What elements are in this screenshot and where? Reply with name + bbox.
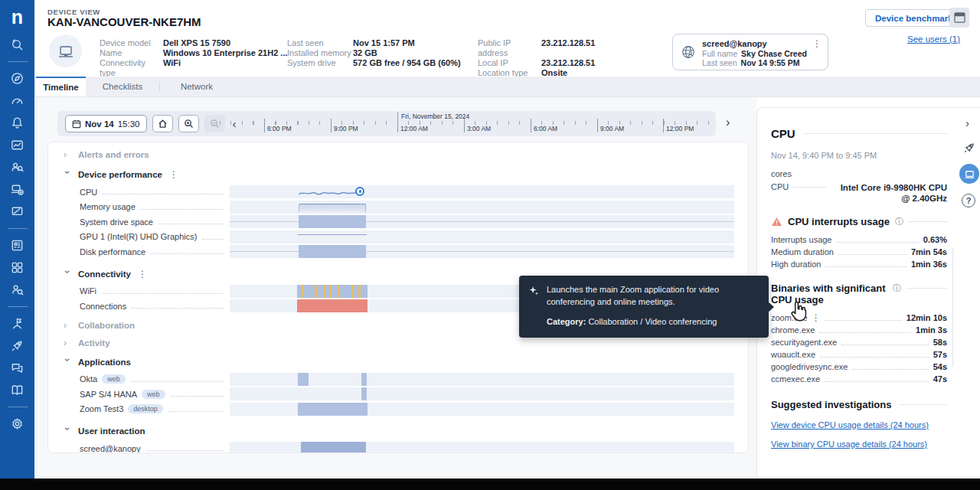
pan-right-icon[interactable]: › <box>726 116 730 129</box>
chevron-down-icon[interactable]: › <box>62 171 73 178</box>
chevron-down-icon[interactable]: › <box>62 358 73 366</box>
tooltip-text: Launches the main Zoom application for v… <box>547 284 758 309</box>
okta-bar-segment <box>298 373 309 386</box>
leader-line <box>141 204 224 210</box>
info-icon[interactable]: ⓘ <box>893 283 901 294</box>
axis-tick: 9:00 PM <box>331 125 358 132</box>
tab-timeline[interactable]: Timeline <box>36 77 86 96</box>
device-avatar <box>49 34 82 67</box>
leader-line <box>793 182 826 188</box>
binary-value: 1min 3s <box>916 325 947 335</box>
home-icon <box>158 119 168 129</box>
device-edit-icon[interactable] <box>10 204 25 220</box>
date-picker-button[interactable]: Nov 14 15:30 <box>65 115 147 132</box>
chart-panel-icon[interactable] <box>10 138 25 153</box>
chevron-right-icon[interactable]: › <box>64 338 71 348</box>
rocket-icon[interactable] <box>10 338 25 354</box>
campaign-icon[interactable] <box>10 316 25 332</box>
device-info-group-3: Public IP address23.212.128.51 Local IP2… <box>478 38 595 78</box>
info-label: Local IP <box>478 58 541 68</box>
app-logo[interactable]: n <box>0 0 34 34</box>
sidebar-divider <box>8 228 28 229</box>
time-axis[interactable]: 6:00 PM 9:00 PM 12:00 AM 3:00 AM 6:00 AM… <box>218 111 710 136</box>
okta-chart-strip[interactable] <box>230 373 734 386</box>
settings-icon[interactable] <box>10 416 25 432</box>
collapse-panel-icon[interactable]: › <box>965 116 969 129</box>
chevron-down-icon[interactable]: › <box>62 270 73 278</box>
device-benchmark-button[interactable]: Device benchmark <box>865 9 963 27</box>
investigation-link-device[interactable]: View device CPU usage details (24 hours) <box>771 420 947 430</box>
scroll-indicator[interactable] <box>952 248 953 367</box>
row-gpu[interactable]: GPU 1 (Intel(R) UHD Graphics) <box>48 230 748 245</box>
row-label: Memory usage <box>80 202 136 211</box>
section-applications[interactable]: › Applications <box>48 352 748 372</box>
people-search-icon[interactable] <box>10 160 25 175</box>
help-icon[interactable]: ? <box>962 194 975 207</box>
tab-network[interactable]: Network <box>160 77 234 96</box>
binary-name[interactable]: securityagent.exe <box>771 338 837 347</box>
row-cpu[interactable]: CPU <box>48 185 748 200</box>
info-value: WiFi <box>163 58 181 78</box>
sidebar-divider <box>8 61 28 62</box>
compass-icon[interactable] <box>10 71 25 87</box>
section-device-performance[interactable]: › Device performance ⋮ <box>48 165 748 185</box>
binary-menu-icon[interactable]: ⋮ <box>812 313 821 322</box>
gpu-chart-strip[interactable] <box>230 230 734 243</box>
row-sap[interactable]: SAP S/4 HANAweb <box>48 387 748 402</box>
device-add-icon[interactable] <box>10 182 25 198</box>
drive-chart-strip[interactable] <box>230 215 734 228</box>
binary-name[interactable]: ccmexec.exe <box>771 374 820 384</box>
investigation-link-binary[interactable]: View binary CPU usage details (24 hours) <box>771 439 947 449</box>
search-history-icon[interactable] <box>10 38 25 53</box>
row-system-drive-space[interactable]: System drive space <box>48 214 748 230</box>
user-chart-strip[interactable] <box>230 442 734 453</box>
section-label: User interaction <box>78 426 145 436</box>
binary-name[interactable]: wuauclt.exe <box>771 350 815 359</box>
device-view-icon[interactable] <box>959 164 979 184</box>
date-picker-date: Nov 14 <box>85 119 114 129</box>
user-card[interactable]: screed@kanopy Full nameSky Chase Creed L… <box>672 34 828 70</box>
memory-area-segment <box>299 204 366 213</box>
row-zoom-test3[interactable]: Zoom Test3desktop <box>48 402 748 417</box>
binary-name[interactable]: googledrivesync.exe <box>771 362 848 371</box>
user-search-icon[interactable] <box>10 283 25 298</box>
row-user-screed[interactable]: screed@kanopy <box>48 441 748 453</box>
row-okta[interactable]: Oktaweb <box>48 372 748 387</box>
timeline-toolbar: Nov 14 15:30 ‹ 6:00 PM 9:00 PM 12:00 AM … <box>57 111 716 136</box>
book-icon[interactable] <box>10 383 25 398</box>
zoom-in-button[interactable] <box>178 115 199 132</box>
section-menu-icon[interactable]: ⋮ <box>138 270 147 279</box>
gauge-icon[interactable] <box>10 93 25 109</box>
section-alerts-and-errors[interactable]: › Alerts and errors <box>48 145 748 165</box>
see-users-link[interactable]: See users (1) <box>907 34 960 44</box>
zoom-chart-strip[interactable] <box>230 403 734 416</box>
tab-checklists[interactable]: Checklists <box>86 77 159 96</box>
drive-bar-segment <box>299 215 366 228</box>
home-button[interactable] <box>152 115 173 132</box>
section-menu-icon[interactable]: ⋮ <box>169 170 178 179</box>
chevron-right-icon[interactable]: › <box>64 320 71 331</box>
bell-icon[interactable] <box>10 116 25 131</box>
binary-name[interactable]: chrome.exe <box>771 325 815 335</box>
apps-icon[interactable] <box>10 260 25 276</box>
grid-icon[interactable] <box>10 238 25 253</box>
layout-panel-icon[interactable] <box>949 8 969 28</box>
chat-icon[interactable] <box>10 361 25 376</box>
row-memory-usage[interactable]: Memory usage <box>48 200 748 215</box>
info-value: Windows 10 Enterprise 21H2 ... <box>163 48 288 58</box>
user-card-menu-icon[interactable]: ⋮ <box>812 39 822 65</box>
chevron-right-icon[interactable]: › <box>64 149 71 160</box>
axis-tick: 6:00 AM <box>531 125 557 132</box>
memory-chart-strip[interactable] <box>230 201 734 214</box>
metric-label: Medium duration <box>771 247 834 256</box>
right-rail: › ? <box>959 107 980 479</box>
sap-chart-strip[interactable] <box>230 387 734 400</box>
info-icon[interactable]: ⓘ <box>895 216 903 227</box>
cpu-chart-strip[interactable] <box>230 185 734 198</box>
row-disk-performance[interactable]: Disk performance <box>48 244 748 260</box>
chevron-down-icon[interactable]: › <box>62 427 73 435</box>
rocket-icon[interactable] <box>962 141 976 155</box>
section-user-interaction[interactable]: › User interaction <box>48 421 748 441</box>
info-value: 23.212.128.51 <box>541 58 595 68</box>
disk-chart-strip[interactable] <box>230 245 734 258</box>
